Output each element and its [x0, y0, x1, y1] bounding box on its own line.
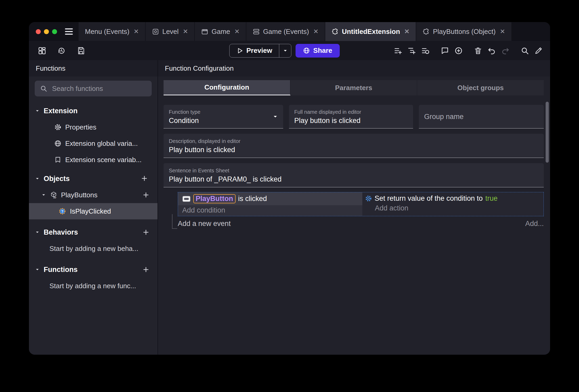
delete-button[interactable] — [472, 45, 484, 56]
editor-tabs: Menu (Events) ✕ Level ✕ Game ✕ Game (Eve… — [79, 22, 512, 41]
tab-game[interactable]: Game ✕ — [195, 22, 246, 41]
add-function-button[interactable] — [141, 266, 151, 274]
condition-item[interactable]: PlayButton is clicked — [178, 192, 362, 205]
function-type-select[interactable]: Function type Condition — [164, 105, 283, 128]
save-button[interactable] — [75, 45, 87, 56]
group-name-field[interactable] — [419, 105, 544, 128]
full-name-input[interactable] — [294, 117, 408, 125]
description-field[interactable]: Description, displayed in editor — [164, 134, 544, 158]
tab-label: PlayButtons (Object) — [433, 28, 495, 36]
behaviors-empty-hint: Start by adding a new beha... — [29, 240, 158, 257]
add-comment-button[interactable] — [439, 45, 451, 56]
close-icon[interactable]: ✕ — [313, 28, 318, 35]
caret-down-icon — [35, 230, 40, 235]
function-configuration-panel: Function Configuration Configuration Par… — [158, 60, 550, 355]
edit-button[interactable] — [533, 45, 544, 56]
globe-icon — [54, 140, 62, 147]
functions-empty-hint: Start by adding a new func... — [29, 278, 158, 294]
search-icon — [40, 85, 47, 92]
close-icon[interactable]: ✕ — [404, 28, 409, 35]
preview-button-group: Preview — [229, 44, 291, 58]
tab-parameters[interactable]: Parameters — [291, 80, 418, 95]
sidebar-item-scene-variables[interactable]: Extension scene variab... — [29, 152, 158, 168]
sidebar-section-extension[interactable]: Extension — [29, 103, 158, 119]
tab-level[interactable]: Level ✕ — [146, 22, 195, 41]
minimize-window-button[interactable] — [44, 29, 49, 34]
add-condition-button[interactable]: Add condition — [178, 205, 362, 216]
caret-down-icon — [35, 267, 40, 272]
project-manager-button[interactable] — [36, 45, 48, 56]
tab-menu-events[interactable]: Menu (Events) ✕ — [79, 22, 146, 41]
item-label: Extension global varia... — [65, 140, 138, 148]
button-object-icon — [182, 196, 191, 202]
add-subevent-button[interactable] — [406, 45, 418, 56]
plus-icon — [142, 191, 150, 199]
panel-title: Function Configuration — [158, 60, 550, 76]
add-object-function-button[interactable] — [141, 191, 151, 199]
function-type-value: Condition — [169, 117, 278, 125]
search-button[interactable] — [519, 45, 531, 56]
close-icon[interactable]: ✕ — [183, 28, 188, 35]
history-button[interactable] — [56, 45, 67, 56]
preview-options-button[interactable] — [279, 44, 291, 57]
group-name-input[interactable] — [424, 113, 539, 121]
caret-down-icon — [41, 192, 46, 198]
tab-game-events[interactable]: Game (Events) ✕ — [246, 22, 325, 41]
sidebar-item-properties[interactable]: Properties — [29, 119, 158, 135]
close-icon[interactable]: ✕ — [500, 28, 505, 35]
add-action-button[interactable]: Add action — [364, 203, 543, 214]
tab-object-groups[interactable]: Object groups — [417, 80, 544, 95]
puzzle-icon — [423, 28, 430, 35]
vertical-scrollbar[interactable] — [546, 102, 549, 163]
clapper-icon — [201, 28, 208, 35]
condition-object-chip[interactable]: PlayButton — [193, 194, 236, 203]
action-item[interactable]: Set return value of the condition to tru… — [364, 194, 543, 203]
redo-button[interactable] — [500, 45, 511, 56]
add-other-event-button[interactable] — [420, 45, 431, 56]
add-event-row: Add a new event Add... — [178, 216, 544, 231]
undo-button[interactable] — [486, 45, 497, 56]
full-name-field[interactable]: Full name displayed in editor — [289, 105, 413, 128]
trash-icon — [474, 47, 482, 55]
close-icon[interactable]: ✕ — [234, 28, 240, 35]
caret-down-icon — [35, 108, 40, 114]
choose-event-button[interactable] — [453, 45, 464, 56]
sentence-field[interactable]: Sentence in Events Sheet — [164, 163, 544, 187]
add-object-button[interactable] — [141, 175, 151, 183]
add-behavior-button[interactable] — [141, 228, 151, 236]
caret-down-icon — [35, 176, 40, 181]
add-more-button[interactable]: Add... — [525, 220, 544, 228]
plus-icon — [142, 266, 150, 273]
chevron-down-icon — [272, 114, 278, 120]
close-window-button[interactable] — [36, 29, 41, 34]
save-icon — [77, 47, 85, 55]
sidebar-section-functions[interactable]: Functions — [29, 261, 158, 278]
sidebar-item-playbuttons[interactable]: PlayButtons — [29, 187, 158, 203]
tab-label: Level — [162, 28, 179, 36]
add-new-event-button[interactable]: Add a new event — [178, 220, 231, 228]
tab-playbuttons-object[interactable]: PlayButtons (Object) ✕ — [416, 22, 512, 41]
section-label: Objects — [44, 175, 70, 183]
preview-button[interactable]: Preview — [230, 44, 279, 57]
close-icon[interactable]: ✕ — [134, 28, 139, 35]
tab-configuration[interactable]: Configuration — [164, 80, 291, 95]
zoom-window-button[interactable] — [52, 29, 57, 34]
add-event-button[interactable] — [392, 45, 404, 56]
sidebar-section-objects[interactable]: Objects — [29, 171, 158, 187]
item-label: Properties — [65, 123, 96, 131]
sentence-input[interactable] — [169, 175, 539, 183]
sidebar-section-behaviors[interactable]: Behaviors — [29, 224, 158, 240]
main-menu-button[interactable] — [61, 22, 77, 41]
field-label: Function type — [169, 109, 278, 115]
toolbar-right-group — [392, 41, 544, 60]
search-functions-input[interactable] — [52, 84, 146, 93]
sidebar-title: Functions — [29, 60, 158, 76]
event-row[interactable]: PlayButton is clicked Add condition Set … — [178, 192, 544, 216]
tab-untitled-extension[interactable]: UntitledExtension ✕ — [325, 22, 416, 41]
description-input[interactable] — [169, 146, 539, 154]
sidebar-item-isplayclicked[interactable]: IsPlayClicked — [29, 203, 158, 219]
conditions-column: PlayButton is clicked Add condition — [178, 192, 362, 216]
sidebar-item-global-variables[interactable]: Extension global varia... — [29, 135, 158, 152]
share-button[interactable]: Share — [296, 44, 339, 58]
search-functions-box[interactable] — [35, 81, 152, 96]
